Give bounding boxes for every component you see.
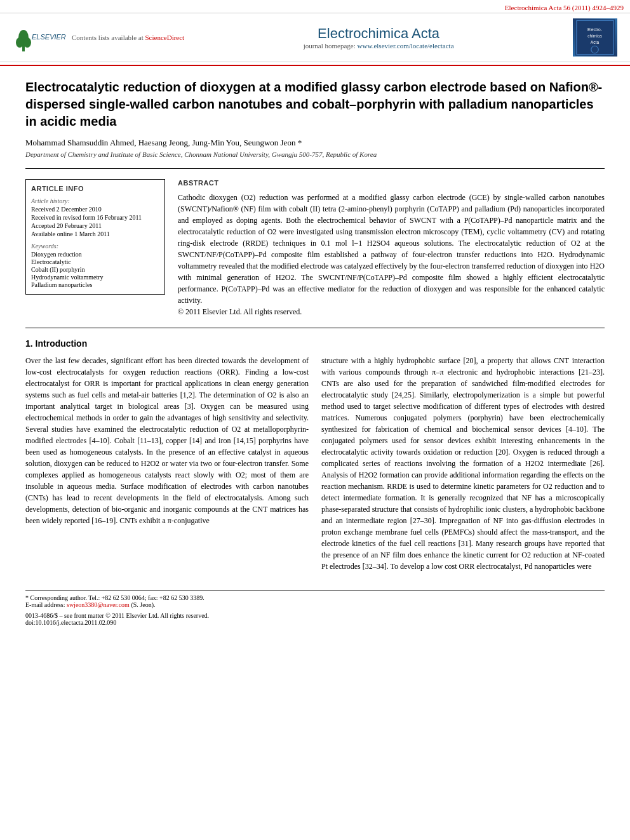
keywords-heading: Keywords: [31, 243, 159, 250]
doi-area: 0013-4686/$ – see front matter © 2011 El… [25, 612, 605, 626]
keywords-section: Keywords: Dioxygen reduction Electrocata… [31, 243, 159, 288]
svg-text:Acta: Acta [591, 40, 600, 44]
corresponding-author: * Corresponding author. Tel.: +82 62 530… [25, 594, 605, 601]
abstract-heading: ABSTRACT [178, 179, 605, 187]
email-line: E-mail address: swjeon3380@naver.com (S.… [25, 601, 605, 608]
revised-date: Received in revised form 16 February 201… [31, 214, 159, 221]
body-two-col: Over the last few decades, significant e… [25, 355, 605, 577]
issn-line: 0013-4686/$ – see front matter © 2011 El… [25, 612, 605, 619]
elsevier-logo: ELSEVIER [13, 23, 67, 52]
abstract-section: ABSTRACT Cathodic dioxygen (O2) reductio… [178, 179, 605, 317]
journal-title-center: Electrochimica Acta journal homepage: ww… [184, 25, 573, 50]
section-1-heading: 1. Introduction [25, 338, 605, 349]
available-date: Available online 1 March 2011 [31, 230, 159, 237]
journal-header: Electrochimica Acta 56 (2011) 4924–4929 … [0, 0, 630, 66]
accepted-date: Accepted 20 February 2011 [31, 222, 159, 229]
keyword-3: Cobalt (II) porphyrin [31, 266, 159, 273]
article-info-heading: ARTICLE INFO [31, 185, 159, 192]
journal-title: Electrochimica Acta [184, 25, 573, 42]
abstract-text: Cathodic dioxygen (O2) reduction was per… [178, 192, 605, 306]
history-label: Article history: [31, 197, 159, 204]
keyword-1: Dioxygen reduction [31, 251, 159, 258]
journal-logo-right: Electro- chimica Acta [573, 18, 617, 57]
keyword-4: Hydrodynamic voltammetry [31, 274, 159, 281]
journal-banner: ELSEVIER Contents lists available at Sci… [0, 13, 630, 62]
footnote-area: * Corresponding author. Tel.: +82 62 530… [25, 590, 605, 608]
received-date: Received 2 December 2010 [31, 206, 159, 213]
doi-line: doi:10.1016/j.electacta.2011.02.090 [25, 619, 605, 626]
section-1: 1. Introduction Over the last few decade… [25, 338, 605, 577]
article-title: Electrocatalytic reduction of dioxygen a… [25, 79, 605, 130]
body-col-left: Over the last few decades, significant e… [25, 355, 309, 577]
divider-top [25, 168, 605, 169]
svg-text:ELSEVIER: ELSEVIER [32, 33, 66, 41]
science-direct-text: Contents lists available at ScienceDirec… [72, 34, 184, 41]
keyword-5: Palladium nanoparticles [31, 281, 159, 288]
right-col: ABSTRACT Cathodic dioxygen (O2) reductio… [178, 179, 605, 317]
svg-point-3 [23, 37, 31, 48]
svg-text:Electro-: Electro- [587, 27, 602, 32]
journal-citation: Electrochimica Acta 56 (2011) 4924–4929 [0, 3, 630, 13]
science-direct-info: Contents lists available at ScienceDirec… [72, 34, 184, 41]
copyright-notice: © 2011 Elsevier Ltd. All rights reserved… [178, 306, 605, 317]
svg-point-2 [16, 37, 23, 48]
body-col-right: structure with a highly hydrophobic surf… [321, 355, 605, 577]
keyword-2: Electrocatalytic [31, 258, 159, 265]
svg-text:chimica: chimica [587, 34, 602, 38]
intro-paragraph-2: structure with a highly hydrophobic surf… [321, 355, 605, 572]
article-info-box: ARTICLE INFO Article history: Received 2… [25, 179, 165, 295]
divider-mid [25, 328, 605, 328]
main-content: Electrocatalytic reduction of dioxygen a… [0, 66, 630, 639]
left-col: ARTICLE INFO Article history: Received 2… [25, 179, 165, 317]
intro-paragraph-1: Over the last few decades, significant e… [25, 355, 309, 526]
authors: Mohammad Shamsuddin Ahmed, Haesang Jeong… [25, 138, 605, 148]
journal-homepage: journal homepage: www.elsevier.com/locat… [184, 42, 573, 50]
logo-left: ELSEVIER Contents lists available at Sci… [13, 23, 184, 52]
article-info-abstract: ARTICLE INFO Article history: Received 2… [25, 179, 605, 317]
affiliation: Department of Chemistry and Institute of… [25, 150, 605, 158]
